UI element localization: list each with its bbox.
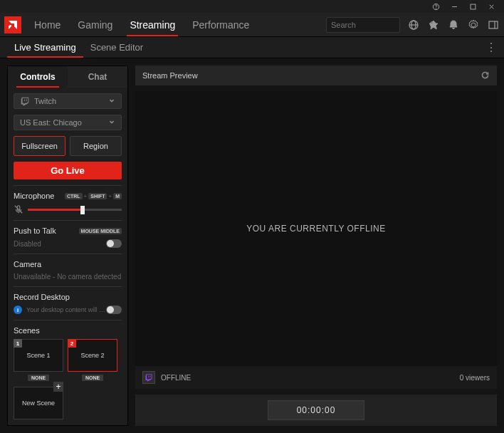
fullscreen-button[interactable]: Fullscreen <box>14 136 65 156</box>
camera-status: Unavailable - No camera detected <box>14 273 122 281</box>
help-icon[interactable] <box>431 2 440 11</box>
scene-1[interactable]: 1 Scene 1 NONE <box>14 339 63 381</box>
maximize-icon[interactable] <box>468 2 477 11</box>
offline-message: YOU ARE CURRENTLY OFFLINE <box>135 91 497 366</box>
key-ctrl: CTRL <box>65 193 83 199</box>
chevron-down-icon <box>108 97 115 105</box>
viewer-count: 0 viewers <box>460 374 490 382</box>
scene-2[interactable]: 2 Scene 2 NONE <box>68 339 117 381</box>
brand-logo[interactable] <box>4 16 21 33</box>
sub-nav: Live Streaming Scene Editor ⋮ <box>0 37 504 58</box>
svg-rect-12 <box>489 21 498 28</box>
refresh-icon[interactable] <box>481 71 490 81</box>
nav-home[interactable]: Home <box>27 13 68 36</box>
top-nav: Home Gaming Streaming Performance <box>0 13 504 37</box>
star-icon[interactable] <box>427 19 440 31</box>
preview-title: Stream Preview <box>142 71 198 80</box>
tab-scene-editor[interactable]: Scene Editor <box>83 37 150 58</box>
web-icon[interactable] <box>407 19 420 31</box>
new-scene-label: New Scene <box>22 400 55 407</box>
preview-header: Stream Preview <box>135 66 497 85</box>
scenes-title: Scenes <box>14 326 40 335</box>
close-icon[interactable] <box>487 2 495 11</box>
scene-tag: NONE <box>82 375 103 381</box>
scene-name: Scene 1 <box>26 352 50 359</box>
window-titlebar <box>0 0 504 13</box>
info-icon: i <box>14 306 22 314</box>
bell-icon[interactable] <box>447 19 460 31</box>
preview-pane: Stream Preview YOU ARE CURRENTLY OFFLINE… <box>135 66 497 426</box>
region-button[interactable]: Region <box>70 136 122 156</box>
key-m: M <box>113 193 122 199</box>
ptt-status: Disabled <box>14 240 41 248</box>
gear-icon[interactable] <box>467 19 480 31</box>
record-toggle[interactable] <box>106 306 122 314</box>
ptt-toggle[interactable] <box>106 239 122 248</box>
key-shift: SHIFT <box>88 193 107 199</box>
key-mouse-middle: MOUSE MIDDLE <box>79 228 122 234</box>
nav-streaming[interactable]: Streaming <box>122 13 182 36</box>
platform-dropdown[interactable]: Twitch <box>14 93 122 109</box>
mic-title: Microphone <box>14 192 54 200</box>
twitch-status-icon <box>142 371 155 384</box>
svg-rect-3 <box>471 4 476 9</box>
more-icon[interactable]: ⋮ <box>485 41 497 54</box>
search-box[interactable] <box>326 17 400 33</box>
new-scene-button[interactable]: + New Scene <box>14 387 63 419</box>
tab-live-streaming[interactable]: Live Streaming <box>7 37 83 58</box>
svg-point-1 <box>436 8 436 9</box>
go-live-button[interactable]: Go Live <box>14 162 122 179</box>
minimize-icon[interactable] <box>450 2 458 11</box>
chevron-down-icon <box>108 118 115 127</box>
platform-label: Twitch <box>34 97 56 105</box>
record-info: Your desktop content will be blacked… <box>26 306 106 313</box>
plus-icon: + <box>53 382 63 392</box>
controls-sidebar: Controls Chat Twitch US East: Chicago Fu… <box>7 66 128 426</box>
sidebar-toggle-icon[interactable] <box>487 19 500 31</box>
ptt-title: Push to Talk <box>14 226 56 235</box>
mic-muted-icon[interactable] <box>14 204 23 214</box>
server-label: US East: Chicago <box>20 118 82 127</box>
nav-gaming[interactable]: Gaming <box>70 13 120 36</box>
main-nav: Home Gaming Streaming Performance <box>27 13 256 36</box>
twitch-icon <box>20 96 30 106</box>
nav-performance[interactable]: Performance <box>185 13 256 36</box>
scene-tag: NONE <box>28 375 49 381</box>
record-title: Record Desktop <box>14 293 70 301</box>
tab-controls[interactable]: Controls <box>8 66 68 88</box>
svg-marker-11 <box>429 21 438 29</box>
camera-title: Camera <box>14 260 41 268</box>
scene-badge: 1 <box>14 339 22 348</box>
scene-badge: 2 <box>68 339 76 348</box>
stream-status: OFFLINE <box>161 374 191 382</box>
stream-timer: 00:00:00 <box>268 400 365 420</box>
server-dropdown[interactable]: US East: Chicago <box>14 115 122 130</box>
mic-volume-slider[interactable] <box>28 209 122 211</box>
scene-name: Scene 2 <box>80 352 104 359</box>
tab-chat[interactable]: Chat <box>68 66 127 88</box>
